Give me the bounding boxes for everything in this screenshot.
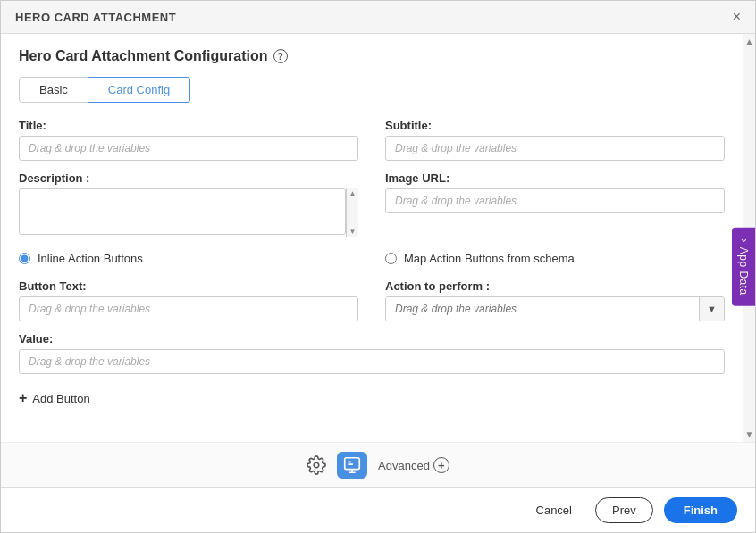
main-content: Hero Card Attachment Configuration ? Bas…: [1, 34, 743, 442]
description-textarea[interactable]: [19, 188, 346, 235]
form-grid: Title: Subtitle: Description : ▲ ▼: [19, 119, 725, 406]
gear-icon: [307, 455, 326, 475]
map-action-group: Map Action Buttons from schema: [385, 248, 725, 269]
card-icon-button[interactable]: [337, 452, 367, 479]
image-url-input[interactable]: [385, 188, 725, 213]
prev-button[interactable]: Prev: [595, 497, 653, 523]
add-icon: +: [19, 390, 27, 406]
inline-action-radio[interactable]: [19, 253, 30, 264]
app-data-chevron-icon: ‹: [737, 237, 750, 242]
subtitle-group: Subtitle:: [385, 119, 725, 161]
modal-header: HERO CARD ATTACHMENT ×: [1, 1, 755, 34]
title-input[interactable]: [19, 136, 358, 161]
inline-action-label: Inline Action Buttons: [38, 252, 143, 265]
add-button-label: Add Button: [32, 392, 89, 405]
inline-action-radio-group: Inline Action Buttons: [19, 248, 358, 269]
help-icon[interactable]: ?: [273, 49, 288, 63]
image-url-group: Image URL:: [385, 171, 725, 237]
button-text-label: Button Text:: [19, 279, 358, 293]
finish-button[interactable]: Finish: [664, 497, 737, 523]
textarea-scrollbar: ▲ ▼: [346, 188, 358, 237]
map-action-label: Map Action Buttons from schema: [404, 252, 575, 265]
description-textarea-wrapper: ▲ ▼: [19, 188, 358, 237]
scroll-down-arrow[interactable]: ▼: [349, 229, 357, 236]
value-input[interactable]: [19, 349, 725, 374]
advanced-add-icon: +: [433, 457, 449, 473]
action-perform-dropdown: ▼: [385, 296, 725, 321]
modal-actions: Cancel Prev Finish: [1, 487, 755, 532]
map-action-radio-group: Map Action Buttons from schema: [385, 248, 725, 269]
add-button-group: + Add Button: [19, 385, 725, 406]
app-data-label: App Data: [737, 247, 750, 296]
card-icon: [342, 455, 362, 475]
modal-title: HERO CARD ATTACHMENT: [15, 11, 176, 24]
config-heading: Hero Card Attachment Configuration: [19, 48, 268, 64]
action-perform-group: Action to perform : ▼: [385, 279, 725, 321]
config-title-row: Hero Card Attachment Configuration ?: [19, 48, 725, 64]
image-url-label: Image URL:: [385, 171, 725, 185]
svg-point-0: [314, 462, 319, 468]
subtitle-label: Subtitle:: [385, 119, 725, 132]
description-group: Description : ▲ ▼: [19, 171, 358, 237]
footer-icons: Advanced +: [1, 442, 755, 487]
modal-body: Hero Card Attachment Configuration ? Bas…: [1, 34, 755, 442]
action-perform-input[interactable]: [386, 297, 699, 321]
scroll-up-arrow[interactable]: ▲: [349, 190, 357, 197]
subtitle-input[interactable]: [385, 136, 725, 161]
add-button[interactable]: + Add Button: [19, 390, 725, 406]
value-group: Value:: [19, 332, 725, 374]
scroll-top-button[interactable]: ▲: [745, 37, 754, 46]
value-label: Value:: [19, 332, 725, 346]
close-button[interactable]: ×: [733, 10, 741, 24]
gear-icon-button[interactable]: [307, 455, 326, 475]
scroll-bottom-button[interactable]: ▼: [745, 429, 754, 439]
modal-container: HERO CARD ATTACHMENT × Hero Card Attachm…: [0, 0, 756, 533]
cancel-button[interactable]: Cancel: [524, 498, 584, 522]
app-data-tab[interactable]: ‹ App Data: [732, 227, 755, 306]
title-label: Title:: [19, 119, 358, 132]
tab-basic[interactable]: Basic: [19, 77, 88, 103]
tab-bar: Basic Card Config: [19, 77, 725, 103]
inline-action-group: Inline Action Buttons: [19, 248, 358, 269]
advanced-label: Advanced: [378, 459, 430, 472]
map-action-radio[interactable]: [385, 253, 397, 264]
button-text-input[interactable]: [19, 296, 358, 321]
title-group: Title:: [19, 119, 358, 161]
tab-card-config[interactable]: Card Config: [88, 77, 190, 103]
svg-rect-1: [345, 458, 360, 470]
button-text-group: Button Text:: [19, 279, 358, 321]
advanced-button[interactable]: Advanced +: [378, 457, 449, 473]
action-perform-dropdown-button[interactable]: ▼: [699, 297, 724, 321]
description-label: Description :: [19, 171, 358, 185]
action-perform-label: Action to perform :: [385, 279, 725, 293]
